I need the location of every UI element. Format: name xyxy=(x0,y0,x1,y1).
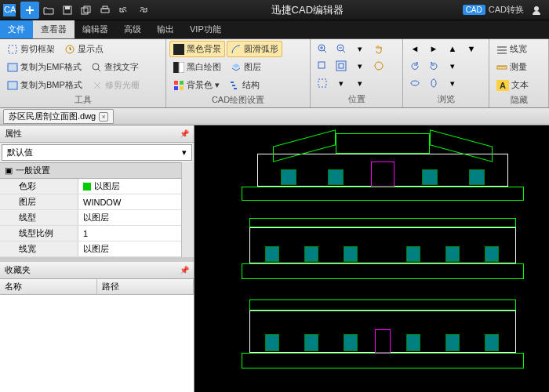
pan-hand-icon[interactable] xyxy=(370,41,387,56)
props-scrollbar[interactable] xyxy=(181,162,194,257)
save-icon[interactable] xyxy=(58,2,77,19)
copy-emf-button[interactable]: 复制为EMF格式 xyxy=(3,59,85,75)
cad-convert-link[interactable]: CAD转换 xyxy=(489,4,524,16)
pin-icon[interactable]: 📌 xyxy=(180,266,189,274)
tab-vip[interactable]: VIP功能 xyxy=(182,20,229,38)
nav-up-icon[interactable]: ▲ xyxy=(444,41,461,56)
side-panel: 属性 📌 默认值▾ ▣一般设置 色彩以图层 图层WINDOW 线型以图层 线型比… xyxy=(0,125,195,392)
color-swatch xyxy=(83,183,91,191)
tab-output[interactable]: 输出 xyxy=(149,20,182,38)
prop-row: 图层WINDOW xyxy=(0,194,181,210)
svg-rect-6 xyxy=(82,8,88,14)
svg-rect-17 xyxy=(173,62,179,73)
new-file-icon[interactable] xyxy=(20,2,39,19)
text-a-icon: A xyxy=(496,80,509,91)
bw-draw-button[interactable]: 黑白绘图 xyxy=(169,59,225,75)
zoom-in-icon[interactable] xyxy=(314,41,331,56)
svg-rect-16 xyxy=(173,44,184,55)
close-tab-icon[interactable]: × xyxy=(99,112,108,122)
zoom-window-icon[interactable] xyxy=(314,58,331,74)
black-bg-icon xyxy=(173,44,184,55)
linewidth-button[interactable]: 线宽 xyxy=(493,41,545,57)
user-icon[interactable] xyxy=(527,2,546,19)
zoom-sel-icon[interactable] xyxy=(314,75,331,91)
svg-point-34 xyxy=(431,79,436,87)
fav-col-name[interactable]: 名称 xyxy=(0,279,97,294)
zoom-fit-icon[interactable]: ▾ xyxy=(351,41,369,56)
svg-rect-15 xyxy=(8,82,17,89)
search-icon xyxy=(91,62,102,73)
save-all-icon[interactable] xyxy=(77,2,96,19)
svg-rect-22 xyxy=(180,86,184,90)
structure-icon xyxy=(229,80,240,91)
props-combo[interactable]: 默认值▾ xyxy=(2,144,192,161)
measure-button[interactable]: 测量 xyxy=(493,59,545,75)
app-title: 迅捷CAD编辑器 xyxy=(152,3,463,17)
group-hidden-label: 隐藏 xyxy=(493,93,545,107)
svg-rect-9 xyxy=(103,6,107,9)
copy-bmp-button[interactable]: 复制为BMP格式 xyxy=(3,77,86,93)
file-tab[interactable]: 苏区民居剖立面图.dwg × xyxy=(3,109,114,124)
fav-col-path[interactable]: 路径 xyxy=(97,279,195,294)
svg-rect-21 xyxy=(174,86,178,90)
drawing-canvas[interactable] xyxy=(195,125,549,392)
bmp-icon xyxy=(7,80,18,91)
svg-rect-25 xyxy=(234,88,237,89)
zoom-prev-icon[interactable]: ▾ xyxy=(333,75,350,91)
zoom-out-icon[interactable] xyxy=(333,41,350,56)
undo-icon[interactable] xyxy=(115,2,133,19)
zoom-extent-icon[interactable] xyxy=(333,58,350,74)
svg-rect-18 xyxy=(179,62,184,73)
zoom-region-icon[interactable]: ▾ xyxy=(351,58,369,74)
smooth-arc-button[interactable]: 圆滑弧形 xyxy=(227,41,282,57)
svg-rect-30 xyxy=(339,64,344,68)
black-bg-button[interactable]: 黑色背景 xyxy=(169,41,225,57)
prop-row: 线型比例1 xyxy=(0,226,181,241)
scissors-icon xyxy=(92,80,103,91)
tab-file[interactable]: 文件 xyxy=(0,20,33,38)
svg-rect-11 xyxy=(9,45,16,53)
fav-body xyxy=(0,295,194,392)
tab-viewer[interactable]: 查看器 xyxy=(33,20,75,38)
show-points-button[interactable]: 显示点 xyxy=(60,41,107,57)
props-title: 属性 xyxy=(5,128,22,140)
svg-point-33 xyxy=(411,81,419,85)
linewidth-icon xyxy=(496,44,507,55)
svg-rect-13 xyxy=(8,64,17,71)
orbit-right-icon[interactable] xyxy=(425,75,442,91)
cad-badge: CAD xyxy=(463,5,485,15)
bg-color-button[interactable]: 背景色▾ xyxy=(169,77,224,93)
tab-editor[interactable]: 编辑器 xyxy=(75,20,116,38)
ruler-icon xyxy=(496,62,507,73)
tab-advanced[interactable]: 高级 xyxy=(116,20,149,38)
rotate-pair-icon[interactable]: ▾ xyxy=(444,58,461,74)
crop-frame-button[interactable]: 剪切框架 xyxy=(3,41,59,57)
zoom-realtime-icon[interactable]: ▾ xyxy=(351,75,369,91)
prop-row: 色彩以图层 xyxy=(0,179,181,194)
group-tools-label: 工具 xyxy=(3,93,162,107)
nav-left-icon[interactable]: ◄ xyxy=(406,41,424,56)
rotate-ccw-icon[interactable] xyxy=(406,58,424,74)
print-icon[interactable] xyxy=(96,2,115,19)
layers-button[interactable]: 图层 xyxy=(227,59,265,75)
svg-rect-5 xyxy=(65,6,70,9)
rotate-pan-icon[interactable] xyxy=(370,58,387,74)
orbit-pair-icon[interactable]: ▾ xyxy=(444,75,461,91)
orbit-left-icon[interactable] xyxy=(406,75,424,91)
text-button[interactable]: A文本 xyxy=(493,77,545,93)
svg-point-31 xyxy=(375,62,383,70)
find-text-button[interactable]: 查找文字 xyxy=(87,59,143,75)
open-folder-icon[interactable] xyxy=(39,2,58,19)
palette-icon xyxy=(173,80,184,91)
nav-right-icon[interactable]: ► xyxy=(425,41,442,56)
svg-text:CAD: CAD xyxy=(4,5,16,14)
props-section[interactable]: ▣一般设置 xyxy=(0,162,181,179)
redo-icon[interactable] xyxy=(133,2,152,19)
emf-icon xyxy=(7,62,18,73)
rotate-cw-icon[interactable] xyxy=(425,58,442,74)
structure-button[interactable]: 结构 xyxy=(225,77,264,93)
group-browse-label: 浏览 xyxy=(406,93,485,106)
pin-icon[interactable]: 📌 xyxy=(180,129,189,138)
nav-down-icon[interactable]: ▼ xyxy=(463,41,480,56)
svg-rect-19 xyxy=(174,81,178,85)
